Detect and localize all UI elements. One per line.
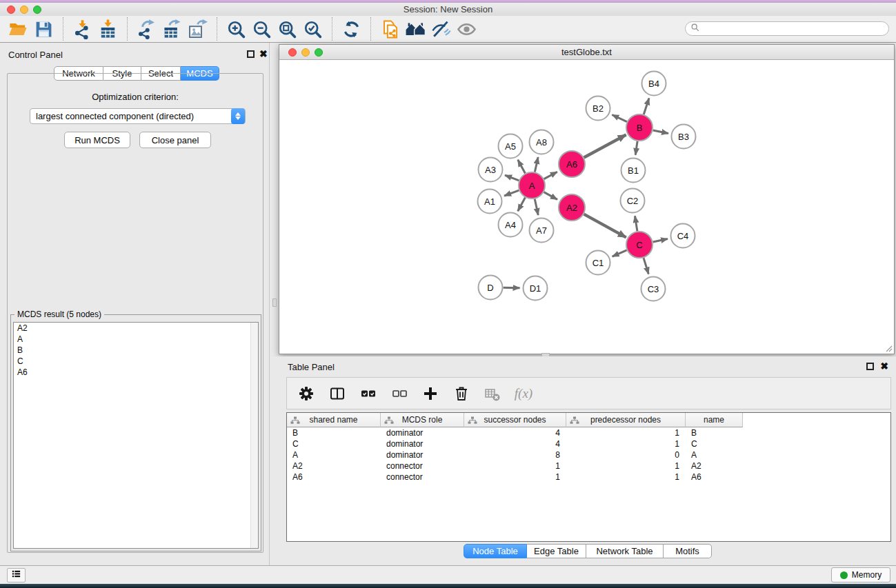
new-network-icon[interactable] — [377, 17, 403, 41]
run-mcds-button[interactable]: Run MCDS — [64, 132, 130, 148]
table-cell[interactable]: 1 — [566, 428, 686, 438]
graph-edge-C-C3[interactable] — [644, 258, 648, 274]
table-cell[interactable]: A2 — [287, 461, 381, 471]
graph-edge-B-B3[interactable] — [653, 130, 668, 134]
graph-edge-B-B4[interactable] — [644, 98, 649, 114]
splitter-handle-vertical[interactable] — [272, 298, 277, 307]
column-header-predecessor-nodes[interactable]: predecessor nodes — [566, 413, 686, 427]
column-header-MCDS-role[interactable]: MCDS role — [381, 413, 464, 427]
table-cell[interactable]: A — [686, 450, 743, 460]
table-row[interactable]: A2connector11A2 — [287, 460, 890, 472]
memory-button[interactable]: Memory — [831, 567, 890, 582]
table-row[interactable]: A6connector11A6 — [287, 472, 890, 483]
mcds-result-item[interactable]: A6 — [14, 367, 258, 378]
task-history-button[interactable] — [7, 568, 26, 582]
tab-network-table[interactable]: Network Table — [586, 544, 664, 558]
table-cell[interactable]: 1 — [464, 461, 566, 471]
delete-icon[interactable] — [452, 384, 471, 403]
table-cell[interactable]: 1 — [566, 461, 686, 471]
save-icon[interactable] — [31, 17, 57, 41]
graph-node-B[interactable]: B — [626, 114, 653, 141]
layout-refresh-icon[interactable] — [339, 17, 364, 41]
deselect-all-icon[interactable] — [390, 384, 409, 403]
column-layout-icon[interactable] — [328, 384, 347, 403]
import-network-icon[interactable] — [70, 17, 95, 41]
graph-edge-A2-C[interactable] — [584, 214, 626, 238]
graph-node-A3[interactable]: A3 — [479, 158, 503, 182]
column-header-successor-nodes[interactable]: successor nodes — [464, 413, 566, 427]
close-panel-icon[interactable]: ✖ — [259, 50, 268, 58]
graph-node-A1[interactable]: A1 — [478, 190, 502, 214]
table-row[interactable]: Bdominator41B — [287, 427, 890, 438]
table-row[interactable]: Cdominator41C — [287, 438, 890, 449]
table-cell[interactable]: 1 — [566, 439, 686, 449]
export-image-icon[interactable] — [185, 17, 210, 41]
search-input[interactable] — [700, 23, 888, 34]
table-row[interactable]: Adominator80A — [287, 449, 890, 460]
open-icon[interactable] — [6, 17, 31, 41]
graph-edge-A-A4[interactable] — [518, 198, 526, 212]
graph-edge-A-A3[interactable] — [505, 175, 519, 181]
table-cell[interactable]: C — [686, 439, 743, 449]
graph-edge-A-A7[interactable] — [535, 199, 538, 215]
table-cell[interactable]: A — [287, 450, 381, 460]
table-cell[interactable]: 8 — [464, 450, 566, 460]
list-scrollbar[interactable] — [250, 323, 258, 548]
graph-node-B2[interactable]: B2 — [586, 97, 610, 121]
graph-node-B1[interactable]: B1 — [621, 159, 646, 183]
graph-edge-A-A8[interactable] — [535, 157, 538, 172]
export-network-icon[interactable] — [134, 17, 159, 41]
table-cell[interactable]: 0 — [566, 450, 686, 460]
graph-node-B3[interactable]: B3 — [672, 125, 696, 149]
close-panel-button[interactable]: Close panel — [139, 132, 211, 148]
select-all-icon[interactable] — [359, 384, 378, 403]
table-cell[interactable]: B — [686, 428, 743, 438]
mcds-result-item[interactable]: A — [14, 334, 258, 345]
mcds-result-item[interactable]: C — [14, 356, 258, 367]
graph-node-C3[interactable]: C3 — [641, 277, 666, 301]
tab-node-table[interactable]: Node Table — [464, 544, 527, 558]
graph-node-D[interactable]: D — [479, 276, 503, 300]
graph-edge-A6-B[interactable] — [584, 134, 626, 157]
graph-edge-A-A2[interactable] — [544, 192, 557, 200]
graph-edge-B-B1[interactable] — [635, 141, 637, 155]
column-header-shared-name[interactable]: shared name — [287, 413, 381, 427]
table-cell[interactable]: A6 — [287, 472, 381, 482]
tab-edge-table[interactable]: Edge Table — [527, 544, 586, 558]
graph-node-A[interactable]: A — [519, 172, 545, 199]
graph-edge-A-A6[interactable] — [544, 172, 557, 179]
zoom-out-icon[interactable] — [249, 17, 275, 41]
graph-node-A7[interactable]: A7 — [530, 219, 554, 243]
graph-node-C1[interactable]: C1 — [586, 251, 610, 275]
table-cell[interactable]: 1 — [566, 472, 686, 482]
float-panel-icon[interactable] — [247, 50, 255, 58]
graph-edge-A-A5[interactable] — [518, 160, 526, 174]
graph-edge-A-A1[interactable] — [504, 190, 519, 196]
graph-edge-C-C2[interactable] — [635, 216, 637, 231]
zoom-fit-icon[interactable] — [275, 17, 300, 41]
search-box[interactable] — [685, 21, 889, 36]
float-table-panel-icon[interactable] — [866, 363, 874, 370]
zoom-in-icon[interactable] — [223, 17, 249, 41]
graph-node-C[interactable]: C — [626, 232, 653, 258]
table-cell[interactable]: C — [287, 439, 381, 449]
close-table-panel-icon[interactable]: ✖ — [880, 363, 888, 370]
add-icon[interactable] — [421, 384, 440, 403]
table-cell[interactable]: connector — [381, 461, 464, 471]
table-cell[interactable]: B — [287, 428, 381, 438]
mcds-result-list[interactable]: A2ABCA6 — [13, 322, 259, 549]
graph-node-A5[interactable]: A5 — [499, 134, 523, 159]
graph-node-D1[interactable]: D1 — [524, 276, 548, 301]
table-cell[interactable]: dominator — [381, 439, 464, 449]
import-table-icon[interactable] — [95, 17, 121, 41]
table-cell[interactable]: A6 — [686, 472, 743, 482]
graph-edge-C-C1[interactable] — [613, 250, 627, 256]
graph-node-C4[interactable]: C4 — [671, 224, 695, 248]
table-cell[interactable]: connector — [381, 472, 464, 482]
graph-edge-B-B2[interactable] — [612, 115, 626, 122]
criterion-dropdown[interactable]: largest connected component (directed) — [30, 108, 246, 124]
home-icon[interactable] — [403, 17, 428, 41]
mcds-result-item[interactable]: A2 — [14, 323, 258, 334]
table-cell[interactable]: 4 — [464, 439, 566, 449]
resize-grip-icon[interactable] — [884, 344, 893, 352]
